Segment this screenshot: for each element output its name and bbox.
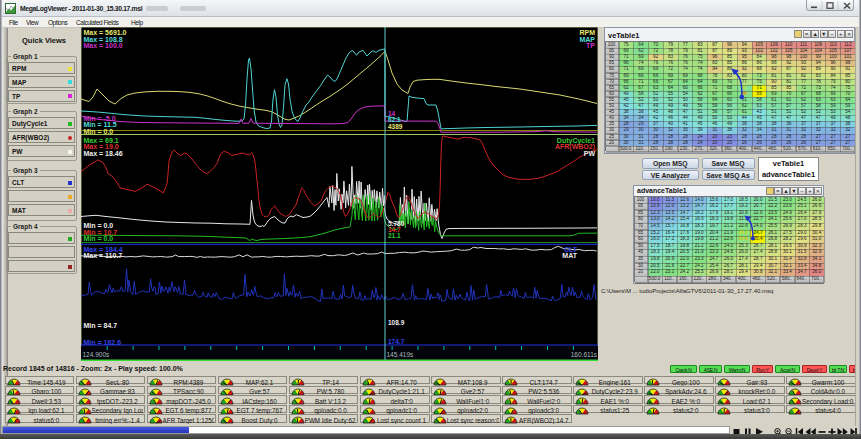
svg-text:Max = 100.0: Max = 100.0 [84,42,123,49]
svg-text:MAT: MAT [562,252,577,259]
svg-text:145.419s: 145.419s [387,351,414,358]
svg-text:124.900s: 124.900s [83,351,110,358]
svg-text:Min = 84.7: Min = 84.7 [84,322,118,329]
svg-text:4389: 4389 [388,123,403,130]
svg-text:TP: TP [586,42,595,49]
svg-text:Min = 162.6: Min = 162.6 [84,339,122,346]
svg-text:PW: PW [584,150,596,157]
svg-text:108.9: 108.9 [388,319,405,326]
svg-text:21.1: 21.1 [388,232,401,239]
svg-text:Max = 18.46: Max = 18.46 [84,150,123,157]
svg-text:Min = 0.0: Min = 0.0 [84,235,114,242]
svg-text:Max = 110.7: Max = 110.7 [84,252,123,259]
svg-text:160.611s: 160.611s [571,351,598,358]
svg-text:Min = 0.0: Min = 0.0 [84,128,114,135]
svg-text:174.7: 174.7 [388,338,405,345]
